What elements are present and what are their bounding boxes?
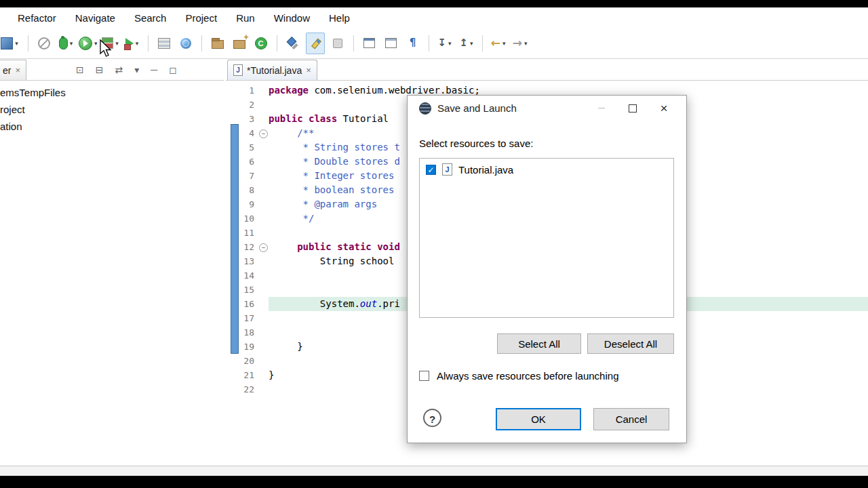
cancel-button[interactable]: Cancel — [593, 408, 669, 430]
new-wizard-icon[interactable]: ▾ — [3, 33, 21, 54]
mark-occurrences-icon — [311, 38, 320, 49]
servers-icon[interactable] — [155, 33, 173, 54]
line-number: 8 — [226, 185, 258, 195]
dialog-prompt: Select resources to save: — [419, 138, 533, 149]
menu-item-help[interactable]: Help — [329, 12, 350, 24]
dialog-titlebar[interactable]: Save and Launch × — [408, 96, 686, 121]
line-number: 19 — [226, 342, 258, 352]
menu-item-navigate[interactable]: Navigate — [75, 12, 115, 24]
next-annotation-icon[interactable]: ↧▾ — [436, 33, 454, 54]
line-number: 15 — [226, 285, 258, 295]
explorer-tab-label: er — [3, 65, 11, 76]
open-type-icon[interactable] — [231, 33, 248, 54]
always-save-checkbox[interactable] — [419, 371, 429, 381]
menu-item-project[interactable]: Project — [185, 12, 217, 24]
run-external-tools-icon — [125, 38, 134, 49]
last-edit-location-icon — [333, 39, 342, 48]
new-java-class-icon[interactable] — [252, 33, 270, 54]
menu-item-window[interactable]: Window — [274, 12, 310, 24]
letterbox-bottom — [0, 476, 868, 488]
mouse-cursor — [99, 39, 113, 58]
dialog-icon — [419, 102, 431, 115]
line-number: 9 — [226, 199, 258, 209]
deselect-all-button[interactable]: Deselect All — [587, 333, 674, 354]
dropdown-caret-icon[interactable]: ▾ — [70, 40, 73, 47]
dropdown-caret-icon[interactable]: ▾ — [470, 40, 473, 47]
show-whitespace-icon[interactable]: ¶ — [404, 33, 422, 54]
menu-item-search[interactable]: Search — [134, 12, 167, 24]
dropdown-caret-icon[interactable]: ▾ — [502, 40, 506, 47]
forward-icon[interactable]: →▾ — [511, 33, 529, 54]
minimize-icon[interactable] — [586, 96, 617, 121]
focus-on-active-task-icon[interactable]: ⊡ — [76, 64, 84, 75]
menu-item-refactor[interactable]: Refactor — [18, 12, 56, 24]
link-with-editor-icon[interactable]: ⇄ — [115, 64, 123, 75]
line-number: 14 — [226, 270, 258, 281]
explorer-tab[interactable]: er × — [0, 60, 26, 80]
close-icon[interactable]: × — [15, 65, 20, 75]
toolbar-separator — [148, 35, 149, 52]
view-menu-icon[interactable]: ▾ — [134, 64, 139, 75]
open-type-icon — [233, 40, 245, 49]
select-all-button[interactable]: Select All — [497, 333, 581, 354]
explorer-item-0[interactable]: emsTempFiles — [0, 84, 224, 101]
line-number: 3 — [226, 114, 258, 124]
explorer-tree: emsTempFilesrojectation — [0, 84, 224, 135]
resource-list[interactable]: ✓ J Tutorial.java — [419, 158, 674, 318]
line-number: 18 — [226, 327, 258, 338]
collapse-all-icon[interactable]: ⊟ — [96, 64, 104, 75]
dropdown-caret-icon[interactable]: ▾ — [94, 40, 98, 47]
line-number: 10 — [226, 214, 258, 224]
line-number: 20 — [226, 356, 258, 366]
line-number: 2 — [226, 100, 258, 110]
line-number: 17 — [226, 313, 258, 323]
previous-annotation-icon[interactable]: ↥▾ — [458, 33, 475, 54]
line-number: 16 — [226, 299, 258, 309]
dropdown-caret-icon[interactable]: ▾ — [136, 40, 139, 47]
dropdown-caret-icon[interactable]: ▾ — [15, 40, 18, 47]
mark-occurrences-icon[interactable] — [306, 33, 325, 54]
web-browser-icon[interactable] — [177, 33, 195, 54]
list-item[interactable]: ✓ J Tutorial.java — [420, 159, 673, 176]
new-java-package-icon[interactable] — [209, 33, 226, 54]
line-number: 22 — [226, 384, 258, 394]
toolbar-separator — [482, 35, 483, 52]
ok-button[interactable]: OK — [496, 408, 581, 430]
menu-item-run[interactable]: Run — [236, 12, 255, 24]
close-icon[interactable]: × — [648, 96, 679, 121]
link-with-editor-icon — [363, 38, 375, 48]
maximize-icon[interactable]: ◻ — [169, 64, 177, 75]
line-number: 4 — [226, 128, 258, 138]
run-icon[interactable]: ▾ — [79, 33, 98, 54]
back-icon: ← — [491, 37, 500, 49]
run-external-tools-icon[interactable]: ▾ — [123, 33, 141, 54]
editor-window-icon[interactable] — [382, 33, 400, 54]
last-edit-location-icon[interactable] — [329, 33, 347, 54]
help-button[interactable]: ? — [423, 409, 441, 427]
explorer-item-2[interactable]: ation — [0, 118, 224, 135]
show-whitespace-icon: ¶ — [410, 38, 416, 48]
maximize-icon[interactable] — [617, 96, 648, 121]
toolbar-separator — [429, 35, 429, 52]
close-icon[interactable]: × — [306, 65, 311, 75]
dropdown-caret-icon[interactable]: ▾ — [448, 40, 452, 47]
java-file-icon: J — [442, 163, 452, 176]
resource-checkbox[interactable]: ✓ — [426, 165, 436, 175]
new-java-package-icon — [212, 40, 224, 49]
debug-icon[interactable]: ▾ — [57, 33, 75, 54]
line-number: 5 — [226, 142, 258, 152]
dropdown-caret-icon[interactable]: ▾ — [115, 40, 119, 47]
main-toolbar: ▾▾▾▾▾¶↧▾↥▾←▾→▾ — [0, 28, 868, 59]
new-wizard-icon — [1, 37, 13, 49]
search-icon[interactable] — [284, 33, 302, 54]
editor-tab-tutorial[interactable]: J *Tutorial.java × — [227, 60, 317, 80]
back-icon[interactable]: ←▾ — [490, 33, 507, 54]
dropdown-caret-icon[interactable]: ▾ — [524, 40, 528, 47]
toolbar-separator — [201, 35, 202, 52]
letterbox-top — [0, 0, 868, 7]
minimize-icon[interactable]: ─ — [151, 64, 157, 75]
explorer-item-1[interactable]: roject — [0, 101, 224, 118]
skip-all-breakpoints-icon[interactable] — [35, 33, 53, 54]
link-with-editor-icon[interactable] — [361, 33, 378, 54]
menubar: RefactorNavigateSearchProjectRunWindowHe… — [0, 7, 868, 28]
